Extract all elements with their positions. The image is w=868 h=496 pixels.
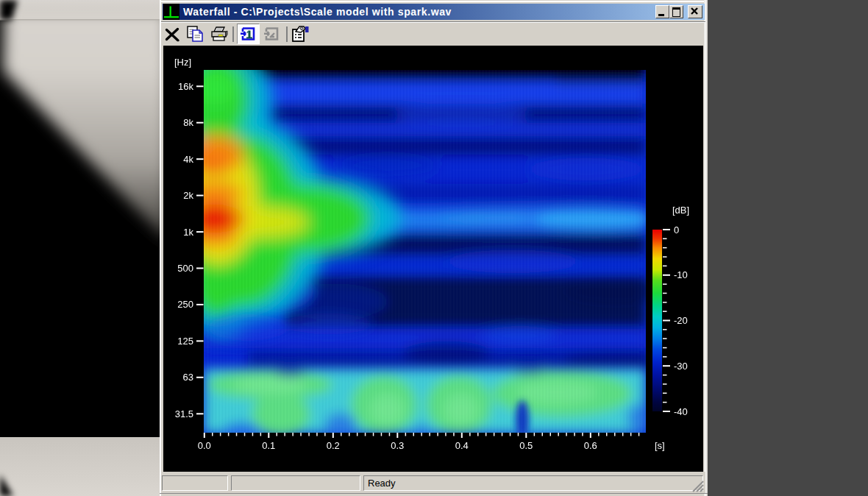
svg-text:[dB]: [dB] (672, 205, 689, 216)
svg-text:125: 125 (177, 336, 193, 347)
svg-text:0.3: 0.3 (391, 440, 404, 451)
svg-text:0: 0 (674, 224, 679, 235)
svg-text:8k: 8k (183, 117, 193, 128)
svg-text:[Hz]: [Hz] (174, 57, 191, 68)
svg-text:0.0: 0.0 (198, 440, 211, 451)
svg-text:63: 63 (183, 372, 193, 383)
svg-text:0.6: 0.6 (584, 440, 597, 451)
svg-text:0.4: 0.4 (455, 440, 469, 451)
svg-text:16k: 16k (178, 81, 193, 92)
svg-text:-40: -40 (674, 406, 688, 417)
svg-text:4k: 4k (183, 154, 193, 165)
svg-text:500: 500 (177, 263, 193, 274)
svg-text:2k: 2k (183, 190, 193, 201)
svg-text:-10: -10 (674, 269, 688, 280)
svg-text:-30: -30 (674, 361, 688, 372)
svg-text:250: 250 (177, 299, 193, 310)
svg-text:0.1: 0.1 (262, 440, 275, 451)
svg-text:0.2: 0.2 (327, 440, 340, 451)
svg-text:31.5: 31.5 (175, 408, 193, 419)
svg-text:1k: 1k (183, 227, 193, 238)
svg-text:0.5: 0.5 (519, 440, 533, 451)
svg-text:-20: -20 (674, 315, 688, 326)
svg-text:[s]: [s] (655, 440, 665, 451)
